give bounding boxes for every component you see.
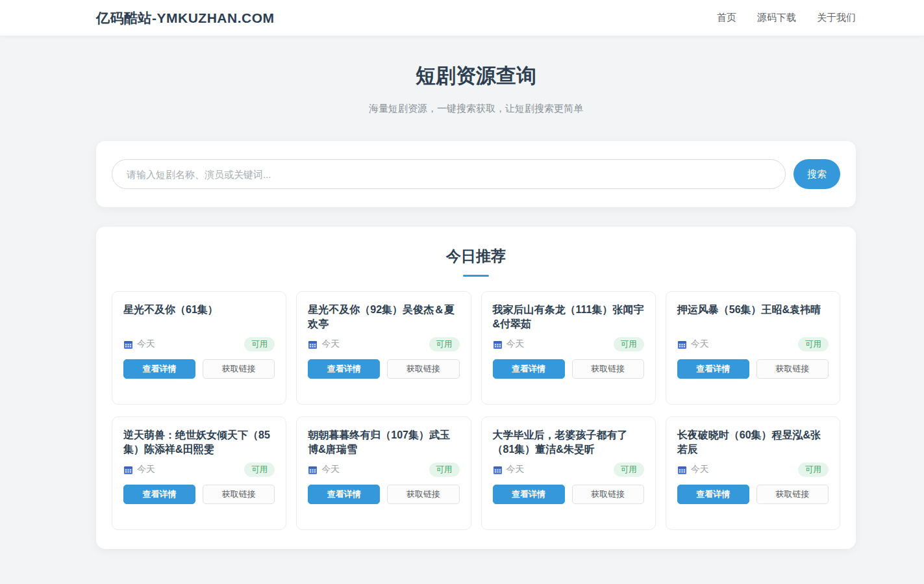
drama-card: 朝朝暮暮终有归（107集）武玉博&唐瑞雪 xyxy=(296,416,471,530)
drama-card: 长夜破晓时（60集）程昱泓&张若辰 xyxy=(666,416,840,530)
drama-meta: 今天 可用 xyxy=(677,337,829,351)
search-input[interactable] xyxy=(112,159,786,189)
drama-actions: 查看详情 获取链接 xyxy=(123,359,275,379)
view-details-button[interactable]: 查看详情 xyxy=(677,359,749,379)
calendar-icon xyxy=(308,465,318,475)
page-subtitle: 海量短剧资源，一键搜索获取，让短剧搜索更简单 xyxy=(96,103,856,115)
get-link-button[interactable]: 获取链接 xyxy=(387,359,459,379)
drama-actions: 查看详情 获取链接 xyxy=(123,485,275,504)
drama-card: 星光不及你（61集） xyxy=(112,291,286,405)
status-badge: 可用 xyxy=(429,337,460,351)
date-label: 今天 xyxy=(321,338,340,350)
drama-card-grid: 星光不及你（61集） xyxy=(112,291,840,530)
drama-meta: 今天 可用 xyxy=(493,463,644,477)
status-badge: 可用 xyxy=(244,337,275,351)
drama-actions: 查看详情 获取链接 xyxy=(308,485,459,504)
get-link-button[interactable]: 获取链接 xyxy=(387,485,459,504)
view-details-button[interactable]: 查看详情 xyxy=(123,359,195,379)
section-title-underline xyxy=(463,275,489,277)
search-panel: 搜索 xyxy=(96,141,856,207)
calendar-icon xyxy=(123,465,133,475)
status-badge: 可用 xyxy=(798,463,829,477)
date-label: 今天 xyxy=(691,464,709,476)
date-label: 今天 xyxy=(137,338,155,350)
calendar-icon xyxy=(308,340,318,349)
drama-actions: 查看详情 获取链接 xyxy=(493,359,644,379)
get-link-button[interactable]: 获取链接 xyxy=(203,485,275,504)
drama-card: 押运风暴（56集）王昭&袁祎晴 xyxy=(666,291,840,405)
get-link-button[interactable]: 获取链接 xyxy=(572,485,644,504)
calendar-icon xyxy=(493,340,503,349)
drama-meta: 今天 可用 xyxy=(308,463,459,477)
drama-title: 星光不及你（92集）吴俊杰＆夏欢亭 xyxy=(308,303,459,331)
hero-section: 短剧资源查询 海量短剧资源，一键搜索获取，让短剧搜索更简单 xyxy=(96,36,856,115)
drama-title: 朝朝暮暮终有归（107集）武玉博&唐瑞雪 xyxy=(308,428,459,457)
drama-card: 大学毕业后，老婆孩子都有了（81集）董洁&朱旻昕 xyxy=(481,416,656,530)
status-badge: 可用 xyxy=(614,463,644,477)
header: 亿码酷站-YMKUZHAN.COM 首页 源码下载 关于我们 xyxy=(0,0,924,36)
drama-title: 我家后山有条龙（111集）张闻宇&付翠茹 xyxy=(493,303,644,331)
nav-item-home[interactable]: 首页 xyxy=(717,12,736,24)
view-details-button[interactable]: 查看详情 xyxy=(308,359,380,379)
page-bottom-space xyxy=(96,549,856,584)
drama-meta: 今天 可用 xyxy=(308,337,459,351)
drama-meta: 今天 可用 xyxy=(123,463,275,477)
calendar-icon xyxy=(493,465,503,475)
drama-title: 星光不及你（61集） xyxy=(123,303,275,331)
drama-meta: 今天 可用 xyxy=(123,337,275,351)
get-link-button[interactable]: 获取链接 xyxy=(756,359,829,379)
drama-actions: 查看详情 获取链接 xyxy=(308,359,459,379)
drama-title: 大学毕业后，老婆孩子都有了（81集）董洁&朱旻昕 xyxy=(493,428,644,457)
date-label: 今天 xyxy=(321,464,340,476)
status-badge: 可用 xyxy=(429,463,460,477)
drama-meta: 今天 可用 xyxy=(493,337,644,351)
date-label: 今天 xyxy=(137,464,155,476)
view-details-button[interactable]: 查看详情 xyxy=(308,485,380,504)
get-link-button[interactable]: 获取链接 xyxy=(203,359,275,379)
view-details-button[interactable]: 查看详情 xyxy=(677,485,749,504)
drama-title: 逆天萌兽：绝世妖女倾天下（85集）陈添祥&田熙雯 xyxy=(123,428,275,457)
status-badge: 可用 xyxy=(614,337,644,351)
page-title: 短剧资源查询 xyxy=(96,62,856,90)
calendar-icon xyxy=(123,340,133,349)
status-badge: 可用 xyxy=(244,463,275,477)
view-details-button[interactable]: 查看详情 xyxy=(493,359,565,379)
drama-card: 星光不及你（92集）吴俊杰＆夏欢亭 xyxy=(296,291,471,405)
drama-actions: 查看详情 获取链接 xyxy=(677,359,829,379)
view-details-button[interactable]: 查看详情 xyxy=(123,485,195,504)
get-link-button[interactable]: 获取链接 xyxy=(756,485,829,504)
drama-card: 我家后山有条龙（111集）张闻宇&付翠茹 xyxy=(481,291,656,405)
drama-title: 押运风暴（56集）王昭&袁祎晴 xyxy=(677,303,829,331)
view-details-button[interactable]: 查看详情 xyxy=(493,485,565,504)
get-link-button[interactable]: 获取链接 xyxy=(572,359,644,379)
section-title: 今日推荐 xyxy=(112,246,840,266)
date-label: 今天 xyxy=(506,338,525,350)
site-logo: 亿码酷站-YMKUZHAN.COM xyxy=(96,9,274,27)
drama-card: 逆天萌兽：绝世妖女倾天下（85集）陈添祥&田熙雯 xyxy=(112,416,286,530)
nav-item-about-us[interactable]: 关于我们 xyxy=(817,12,856,24)
main-nav: 首页 源码下载 关于我们 xyxy=(717,12,856,24)
calendar-icon xyxy=(677,465,687,475)
calendar-icon xyxy=(677,340,687,349)
drama-actions: 查看详情 获取链接 xyxy=(493,485,644,504)
search-button[interactable]: 搜索 xyxy=(793,159,840,189)
status-badge: 可用 xyxy=(798,337,829,351)
date-label: 今天 xyxy=(691,338,709,350)
drama-actions: 查看详情 获取链接 xyxy=(677,485,829,504)
nav-item-source-download[interactable]: 源码下载 xyxy=(757,12,796,24)
drama-meta: 今天 可用 xyxy=(677,463,829,477)
date-label: 今天 xyxy=(506,464,525,476)
drama-title: 长夜破晓时（60集）程昱泓&张若辰 xyxy=(677,428,829,457)
recommend-panel: 今日推荐 星光不及你（61集） xyxy=(96,227,856,549)
